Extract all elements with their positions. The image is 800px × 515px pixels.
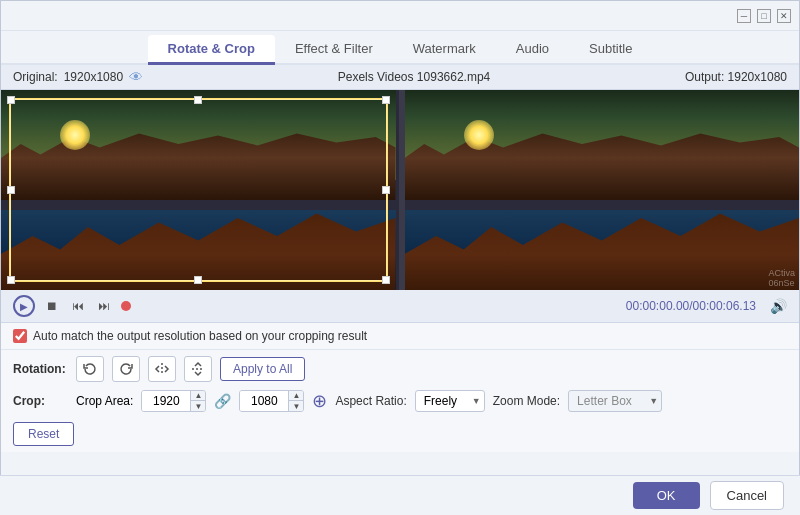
video-area: ACtiva06nSe (1, 90, 799, 290)
crop-label: Crop: (13, 394, 68, 408)
title-bar-controls: ─ □ ✕ (737, 9, 791, 23)
reset-row: Reset (13, 420, 787, 446)
filename: Pexels Videos 1093662.mp4 (338, 70, 491, 84)
height-input-group: ▲ ▼ (239, 390, 304, 412)
eye-icon[interactable]: 👁 (129, 69, 143, 85)
aspect-ratio-select-wrap: Freely 16:9 4:3 1:1 9:16 ▼ (415, 390, 485, 412)
scene-sun-right (464, 120, 494, 150)
video-panel-left (1, 90, 399, 290)
crop-width-input[interactable] (142, 391, 190, 411)
time-display: 00:00:00.00/00:00:06.13 (626, 299, 756, 313)
record-indicator (121, 301, 131, 311)
scene-sun-left (60, 120, 90, 150)
prev-frame-button[interactable]: ⏮ (69, 297, 87, 315)
height-spinners: ▲ ▼ (288, 391, 303, 411)
cancel-button[interactable]: Cancel (710, 481, 784, 510)
next-frame-button[interactable]: ⏭ (95, 297, 113, 315)
flip-h-button[interactable] (148, 356, 176, 382)
width-spinners: ▲ ▼ (190, 391, 205, 411)
width-input-group: ▲ ▼ (141, 390, 206, 412)
flip-v-button[interactable] (184, 356, 212, 382)
tab-rotate-crop[interactable]: Rotate & Crop (148, 35, 275, 65)
controls-area: Rotation: (1, 350, 799, 452)
rotate-cw-button[interactable] (112, 356, 140, 382)
width-spin-up[interactable]: ▲ (191, 391, 205, 401)
tab-audio[interactable]: Audio (496, 35, 569, 65)
total-time: 00:00:06.13 (693, 299, 756, 313)
apply-to-all-button[interactable]: Apply to All (220, 357, 305, 381)
title-bar: ─ □ ✕ (1, 1, 799, 31)
height-spin-down[interactable]: ▼ (289, 401, 303, 411)
tabs-bar: Rotate & Crop Effect & Filter Watermark … (1, 31, 799, 65)
rotation-row: Rotation: (13, 356, 787, 382)
current-time: 00:00:00.00 (626, 299, 689, 313)
play-button[interactable]: ▶ (13, 295, 35, 317)
output-resolution: 1920x1080 (728, 70, 787, 84)
crop-center-icon[interactable]: ⊕ (312, 390, 327, 412)
minimize-button[interactable]: ─ (737, 9, 751, 23)
bottom-bar: OK Cancel (0, 475, 800, 515)
aspect-ratio-label: Aspect Ratio: (335, 394, 406, 408)
crop-area-label: Crop Area: (76, 394, 133, 408)
info-left: Original: 1920x1080 👁 (13, 69, 143, 85)
tab-subtitle[interactable]: Subtitle (569, 35, 652, 65)
auto-match-row: Auto match the output resolution based o… (1, 323, 799, 350)
crop-height-input[interactable] (240, 391, 288, 411)
volume-icon[interactable]: 🔊 (770, 298, 787, 314)
tab-watermark[interactable]: Watermark (393, 35, 496, 65)
reset-button[interactable]: Reset (13, 422, 74, 446)
rotation-label: Rotation: (13, 362, 68, 376)
crop-row: Crop: Crop Area: ▲ ▼ 🔗 ▲ ▼ ⊕ Aspect Rati… (13, 390, 787, 412)
playback-bar: ▶ ⏹ ⏮ ⏭ 00:00:00.00/00:00:06.13 🔊 (1, 290, 799, 323)
width-spin-down[interactable]: ▼ (191, 401, 205, 411)
scene-left (1, 90, 396, 290)
aspect-ratio-select[interactable]: Freely 16:9 4:3 1:1 9:16 (415, 390, 485, 412)
zoom-mode-label: Zoom Mode: (493, 394, 560, 408)
auto-match-checkbox[interactable] (13, 329, 27, 343)
height-spin-up[interactable]: ▲ (289, 391, 303, 401)
restore-button[interactable]: □ (757, 9, 771, 23)
zoom-mode-select[interactable]: Letter Box Pan & Scan Full (568, 390, 662, 412)
scene-right (405, 90, 800, 290)
ok-button[interactable]: OK (633, 482, 700, 509)
close-button[interactable]: ✕ (777, 9, 791, 23)
output-label: Output: (685, 70, 724, 84)
stop-button[interactable]: ⏹ (43, 297, 61, 315)
link-icon: 🔗 (214, 393, 231, 409)
auto-match-label: Auto match the output resolution based o… (33, 329, 367, 343)
info-bar: Original: 1920x1080 👁 Pexels Videos 1093… (1, 65, 799, 90)
rotate-ccw-button[interactable] (76, 356, 104, 382)
original-label: Original: (13, 70, 58, 84)
tab-effect-filter[interactable]: Effect & Filter (275, 35, 393, 65)
video-panel-right: ACtiva06nSe (405, 90, 800, 290)
original-resolution: 1920x1080 (64, 70, 123, 84)
zoom-mode-select-wrap: Letter Box Pan & Scan Full ▼ (568, 390, 662, 412)
info-right: Output: 1920x1080 (685, 70, 787, 84)
